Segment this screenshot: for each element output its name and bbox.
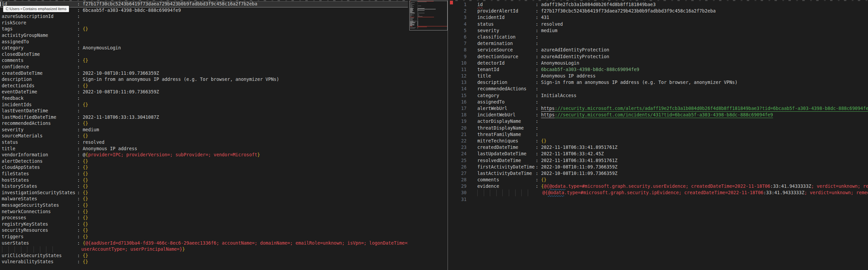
code-line[interactable]: 30@{@odata.type=#microsoft.graph.securit… bbox=[455, 189, 868, 196]
property-name: feedback bbox=[0, 95, 77, 102]
output-line[interactable]: fileStates: {} bbox=[0, 171, 408, 177]
value-segment: 2022-11-18T06:33:13.3041087Z bbox=[83, 115, 159, 120]
minimap[interactable] bbox=[409, 0, 448, 270]
output-line[interactable]: status: resolved bbox=[0, 139, 408, 146]
value-segment: { bbox=[541, 184, 544, 189]
value-segment[interactable]: ://security.microsoft.com/incidents/431?… bbox=[555, 112, 773, 117]
output-line[interactable]: sourceMaterials: {} bbox=[0, 133, 408, 139]
code-line[interactable]: 17alertWebUrl: https://security.microsof… bbox=[455, 105, 868, 112]
output-line[interactable]: messageSecurityStates: {} bbox=[0, 202, 408, 209]
code-line[interactable]: 24lastUpdateDateTime: 2022-11-18T06:33:4… bbox=[455, 151, 868, 157]
output-line[interactable]: alertDetections: {} bbox=[0, 158, 408, 165]
output-line[interactable]: historyStates: {} bbox=[0, 183, 408, 190]
code-line[interactable]: 5severity: medium bbox=[455, 27, 868, 34]
output-line[interactable]: createdDateTime: 2022-10-08T10:11:09.736… bbox=[0, 70, 408, 77]
output-line[interactable]: assignedTo: bbox=[0, 39, 408, 45]
output-line[interactable]: title: Anonymous IP address bbox=[0, 146, 408, 152]
output-line[interactable]: feedback: bbox=[0, 95, 408, 102]
property-name: mitreTechniques bbox=[477, 138, 536, 144]
code-line[interactable]: 9detectionSource: azureAdIdentityProtect… bbox=[455, 53, 868, 60]
output-line[interactable]: triggers: {} bbox=[0, 234, 408, 240]
value-segment: @ bbox=[83, 152, 85, 157]
output-line[interactable]: processes: {} bbox=[0, 215, 408, 221]
code-line[interactable]: 15category: InitialAccess bbox=[455, 92, 868, 99]
colon: : bbox=[536, 28, 541, 33]
code-line[interactable]: 14recommendedActions: bbox=[455, 86, 868, 92]
property-name: recommendedActions bbox=[477, 86, 536, 92]
output-line[interactable]: malwareStates: {} bbox=[0, 196, 408, 202]
property-name: alertWebUrl bbox=[477, 105, 536, 112]
output-line[interactable]: eventDateTime: 2022-10-08T10:11:09.73663… bbox=[0, 89, 408, 95]
property-name: createdDateTime bbox=[477, 144, 536, 151]
output-line[interactable]: lastModifiedDateTime: 2022-11-18T06:33:1… bbox=[0, 114, 408, 121]
code-line[interactable]: 10detectorId: AnonymousLogin bbox=[455, 60, 868, 66]
line-number: 23 bbox=[455, 144, 466, 151]
code-line[interactable]: 13description: Sign-in from an anonymous… bbox=[455, 79, 868, 86]
output-line[interactable]: registryKeyStates: {} bbox=[0, 221, 408, 228]
output-line[interactable]: hostStates: {} bbox=[0, 177, 408, 184]
code-line[interactable]: 19actorDisplayName: bbox=[455, 118, 868, 125]
code-line[interactable]: 2providerAlertId: f27b17f30cbc5243b6419f… bbox=[455, 8, 868, 14]
output-line[interactable]: securityResources: {} bbox=[0, 227, 408, 234]
line-number: 4 bbox=[455, 21, 466, 27]
code-line[interactable]: 26firstActivityDateTime: 2022-10-08T10:1… bbox=[455, 164, 868, 170]
output-line[interactable]: comments: {} bbox=[0, 58, 408, 64]
output-line[interactable]: description: Sign-in from an anonymous I… bbox=[0, 76, 408, 83]
colon: : bbox=[536, 47, 541, 52]
colon: : bbox=[536, 119, 541, 124]
code-line[interactable]: 27lastActivityDateTime: 2022-10-08T10:11… bbox=[455, 170, 868, 177]
code-line[interactable]: 20threatDisplayName: bbox=[455, 125, 868, 131]
value-segment[interactable]: https bbox=[541, 106, 555, 111]
output-line[interactable]: activityGroupName: bbox=[0, 32, 408, 39]
output-line[interactable]: tags: {} bbox=[0, 26, 408, 32]
code-line[interactable]: 25resolvedDateTime: 2022-11-18T06:33:41.… bbox=[455, 157, 868, 164]
output-line[interactable]: detectionIds: {} bbox=[0, 83, 408, 89]
value-segment[interactable]: ://security.microsoft.com/alerts/adaff19… bbox=[555, 106, 868, 111]
output-line[interactable]: severity: medium bbox=[0, 127, 408, 133]
code-line[interactable]: 16assignedTo: bbox=[455, 99, 868, 105]
right-editor-pane[interactable]: 1id: adaff19e2fcb3a1b084d0b26f4d8b8ff181… bbox=[455, 0, 868, 270]
code-line[interactable]: 7determination: bbox=[455, 40, 868, 47]
output-line[interactable]: category: AnonymousLogin bbox=[0, 45, 408, 51]
output-line[interactable]: userStates: {@{aadUserId=d7130ba4-fd39-4… bbox=[0, 240, 408, 247]
output-line[interactable]: investigationSecurityStates: {} bbox=[0, 190, 408, 196]
colon: : bbox=[77, 196, 83, 201]
code-line[interactable]: 11tenantId: 6bcaab5f-a303-4398-b8dc-888c… bbox=[455, 66, 868, 73]
code-line[interactable]: 29evidence: {@{@odata.type=#microsoft.gr… bbox=[455, 183, 868, 189]
code-line[interactable]: 6classification: bbox=[455, 34, 868, 40]
code-line[interactable]: 21threatFamilyName: bbox=[455, 131, 868, 138]
minimap-line-mark bbox=[417, 12, 418, 12]
left-editor-pane[interactable]: id: f27b17f30cbc5243b6419f73daea729b423b… bbox=[0, 0, 408, 270]
code-line[interactable]: 1id: adaff19e2fcb3a1b084d0b26f4d8b8ff181… bbox=[455, 1, 868, 8]
output-line[interactable]: riskScore: bbox=[0, 20, 408, 26]
output-line[interactable]: incidentIds: {} bbox=[0, 102, 408, 108]
output-line[interactable]: vendorInformation: @{provider=IPC; provi… bbox=[0, 152, 408, 158]
code-line[interactable]: 31 bbox=[455, 196, 868, 203]
output-line[interactable]: cloudAppStates: {} bbox=[0, 164, 408, 171]
output-line[interactable]: confidence: bbox=[0, 64, 408, 70]
output-line[interactable]: lastEventDateTime: bbox=[0, 108, 408, 114]
colon: : bbox=[77, 133, 83, 138]
code-line[interactable]: 18incidentWebUrl: https://security.micro… bbox=[455, 112, 868, 118]
output-line[interactable]: azureSubscriptionId: bbox=[0, 14, 408, 20]
code-line[interactable]: 22mitreTechniques: {} bbox=[455, 138, 868, 144]
value-segment: {} bbox=[83, 215, 88, 220]
code-line[interactable]: 3incidentId: 431 bbox=[455, 14, 868, 21]
property-name: historyStates bbox=[0, 183, 77, 190]
code-line[interactable]: 23createdDateTime: 2022-11-18T06:33:41.8… bbox=[455, 144, 868, 151]
code-line[interactable]: 8serviceSource: azureAdIdentityProtectio… bbox=[455, 47, 868, 53]
code-line[interactable]: 28comments: {} bbox=[455, 177, 868, 183]
colon: : bbox=[77, 203, 83, 208]
output-line[interactable]: vulnerabilityStates: {} bbox=[0, 259, 408, 265]
value-segment: {} bbox=[83, 253, 88, 258]
output-line[interactable]: recommendedActions: {} bbox=[0, 120, 408, 127]
line-number: 15 bbox=[455, 92, 466, 99]
output-line[interactable]: closedDateTime: bbox=[0, 51, 408, 58]
code-line[interactable]: 12title: Anonymous IP address bbox=[455, 73, 868, 79]
colon: : bbox=[77, 215, 83, 220]
output-line[interactable]: uriClickSecurityStates: {} bbox=[0, 253, 408, 259]
code-line[interactable]: 4status: resolved bbox=[455, 21, 868, 27]
output-line[interactable]: networkConnections: {} bbox=[0, 209, 408, 215]
output-wrap-line[interactable]: userAccountType=; userPrincipalName=}} bbox=[0, 246, 408, 253]
value-segment[interactable]: https bbox=[541, 112, 555, 117]
